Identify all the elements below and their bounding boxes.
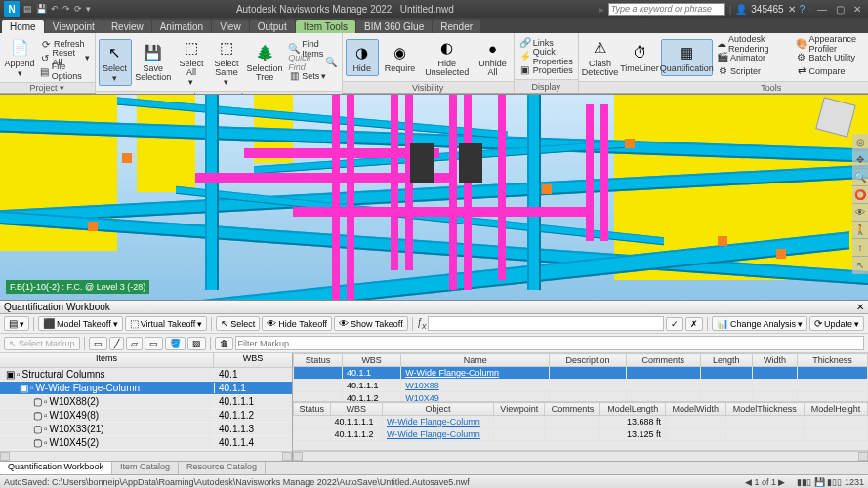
- selection-tree-button[interactable]: 🌲Selection Tree: [245, 40, 284, 84]
- qw-titlebar[interactable]: Quantification Workbook✕: [0, 301, 868, 314]
- model-takeoff-button[interactable]: ⬛Model Takeoff▾: [38, 316, 123, 331]
- mk-back-icon[interactable]: ▨: [187, 337, 206, 350]
- quickfind-input[interactable]: Quick Find 🔍: [286, 56, 338, 69]
- select-all-button[interactable]: ⬚Select All▾: [175, 35, 208, 89]
- tree-row[interactable]: ▣ ▫ W-Wide Flange-Column40.1.1: [0, 382, 292, 395]
- tree-row[interactable]: ▢ ▫ W10X49(8)40.1.1.2: [0, 409, 292, 423]
- col-header[interactable]: ModelHeight: [805, 403, 868, 416]
- col-items[interactable]: Items: [0, 353, 214, 367]
- qat-save-icon[interactable]: 💾: [36, 4, 47, 14]
- col-header[interactable]: Description: [550, 354, 626, 367]
- help-search-input[interactable]: [608, 3, 725, 16]
- user-label[interactable]: 345465: [751, 4, 783, 15]
- tree-row[interactable]: ▢ ▫ W10X33(21)40.1.1.3: [0, 423, 292, 436]
- maximize-button[interactable]: ▢: [833, 4, 847, 15]
- table-row[interactable]: 40.1.1.1.1W-Wide Flange-Column13.688 ft: [294, 416, 868, 428]
- sets-button[interactable]: ▥Sets ▾: [286, 69, 338, 83]
- qat-refresh-icon[interactable]: ⟳: [74, 4, 82, 14]
- disk-icon[interactable]: 💾: [814, 477, 825, 487]
- mk-bucket-icon[interactable]: 🪣: [165, 337, 186, 350]
- col-header[interactable]: Viewpoint: [494, 403, 545, 416]
- qw-close-icon[interactable]: ✕: [856, 302, 864, 312]
- exchange-icon[interactable]: ✕: [788, 4, 796, 15]
- col-header[interactable]: WBS: [343, 354, 401, 367]
- tab-review[interactable]: Review: [103, 20, 151, 33]
- zoom-icon[interactable]: 🔍: [852, 169, 868, 186]
- tree-row[interactable]: ▣ ▫ Structural Columns40.1: [0, 368, 292, 382]
- mem-icon[interactable]: ▮▯▯: [827, 477, 842, 487]
- tab-output[interactable]: Output: [250, 20, 295, 33]
- fx-accept[interactable]: ✓: [666, 317, 683, 331]
- col-header[interactable]: ModelWidth: [665, 403, 725, 416]
- clash-button[interactable]: ⚠Clash Detective: [582, 35, 619, 79]
- properties-button[interactable]: ▣Properties: [517, 63, 575, 77]
- tab-animation[interactable]: Animation: [152, 20, 211, 33]
- tree-row[interactable]: ▢ ▫ W10X45(2)40.1.1.4: [0, 436, 292, 450]
- select-button[interactable]: ↖Select▾: [99, 39, 132, 86]
- perf-icon[interactable]: ▮▮▯: [797, 477, 811, 487]
- ark-button[interactable]: ☁Autodesk Rendering: [715, 37, 792, 51]
- qat-open-icon[interactable]: ▤: [23, 4, 32, 14]
- fx-cancel[interactable]: ✗: [685, 317, 703, 331]
- col-header[interactable]: Length: [700, 354, 752, 367]
- col-header[interactable]: Comments: [626, 354, 700, 367]
- new-group-button[interactable]: ▤▾: [4, 316, 29, 331]
- summary-grid[interactable]: StatusWBSNameDescriptionCommentsLengthWi…: [293, 353, 868, 402]
- select-button2[interactable]: ↖Select: [216, 316, 260, 331]
- sheet-prev-icon[interactable]: ◀: [745, 477, 752, 487]
- qat-undo-icon[interactable]: ↶: [51, 4, 59, 14]
- pointer-icon[interactable]: ↖: [852, 257, 868, 274]
- update-button[interactable]: ⟳Update▾: [809, 316, 864, 331]
- table-row[interactable]: 40.1.1.1.2W-Wide Flange-Column13.125 ft: [294, 428, 868, 441]
- col-header[interactable]: Width: [752, 354, 797, 367]
- change-analysis-button[interactable]: 📊Change Analysis▾: [712, 316, 807, 331]
- table-row[interactable]: 40.1.1.2W10X49: [294, 392, 868, 403]
- mk-rect-icon[interactable]: ▭: [89, 337, 107, 350]
- tab-item-tools[interactable]: Item Tools: [296, 20, 355, 33]
- signin-icon[interactable]: 👤: [735, 4, 747, 15]
- minimize-button[interactable]: —: [815, 4, 829, 15]
- walk-icon[interactable]: 🚶: [852, 222, 868, 239]
- help-icon[interactable]: ?: [800, 4, 806, 15]
- col-header[interactable]: ModelLength: [600, 403, 665, 416]
- unhide-all-button[interactable]: ●Unhide All: [475, 35, 511, 79]
- tab-home[interactable]: Home: [2, 20, 44, 33]
- col-header[interactable]: Name: [401, 354, 550, 367]
- col-wbs[interactable]: WBS: [214, 353, 292, 367]
- fullnav-icon[interactable]: ↕: [852, 239, 868, 257]
- col-header[interactable]: Object: [382, 403, 493, 416]
- mk-del-icon[interactable]: 🗑: [215, 337, 233, 350]
- tab-view[interactable]: View: [212, 20, 249, 33]
- quickprops-button[interactable]: ⚡Quick Properties: [517, 50, 575, 63]
- tree-hscroll[interactable]: [0, 451, 292, 461]
- show-takeoff-button[interactable]: 👁Show Takeoff: [334, 316, 408, 331]
- qat-redo-icon[interactable]: ↷: [62, 4, 70, 14]
- hide-takeoff-button[interactable]: 👁Hide Takeoff: [262, 316, 332, 331]
- close-button[interactable]: ✕: [850, 4, 864, 15]
- bottom-tab[interactable]: Quantification Workbook: [0, 462, 112, 474]
- col-header[interactable]: Status: [294, 403, 331, 416]
- bottom-tab[interactable]: Item Catalog: [112, 462, 179, 474]
- look-icon[interactable]: 👁: [852, 204, 868, 222]
- virtual-takeoff-button[interactable]: ⬚Virtual Takeoff▾: [125, 316, 208, 331]
- mk-area-icon[interactable]: ▱: [126, 337, 143, 350]
- scripter-button[interactable]: ⚙Scripter: [715, 64, 792, 78]
- col-header[interactable]: Comments: [545, 403, 600, 416]
- tree-row[interactable]: ▢ ▫ W10X88(2)40.1.1.1: [0, 395, 292, 409]
- col-header[interactable]: WBS: [330, 403, 382, 416]
- require-button[interactable]: ◉Require: [381, 40, 420, 75]
- table-row[interactable]: 40.1.1.1W10X88: [294, 380, 868, 392]
- panel-label-project[interactable]: Project ▾: [0, 82, 95, 93]
- filter-markup-input[interactable]: [235, 336, 864, 350]
- steering-icon[interactable]: ◎: [852, 134, 868, 151]
- fileoptions-button[interactable]: ▤File Options: [38, 64, 92, 78]
- tab-viewpoint[interactable]: Viewpoint: [45, 20, 103, 33]
- col-header[interactable]: ModelThickness: [725, 403, 805, 416]
- approf-button[interactable]: 🎨Appearance Profiler: [794, 37, 868, 51]
- quantification-button[interactable]: ▦Quantification: [661, 39, 713, 76]
- compare-button[interactable]: ⇄Compare: [794, 64, 868, 78]
- detail-grid[interactable]: StatusWBSObjectViewpointCommentsModelLen…: [293, 402, 868, 451]
- tab-render[interactable]: Render: [433, 20, 480, 33]
- formula-input[interactable]: [428, 316, 663, 331]
- orbit-icon[interactable]: ⭕: [852, 186, 868, 204]
